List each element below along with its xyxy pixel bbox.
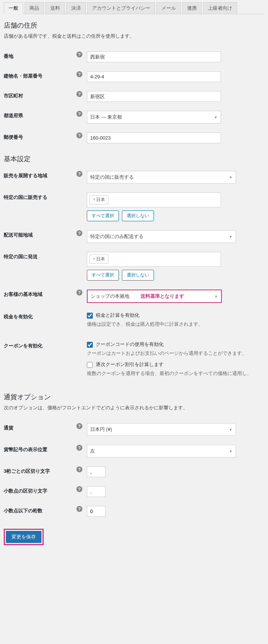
thousand-separator-input[interactable] <box>87 466 105 477</box>
ship-countries-box[interactable]: ×日本 <box>87 252 221 267</box>
select-all-button[interactable]: すべて選択 <box>87 210 119 221</box>
help-icon[interactable]: ? <box>76 132 82 138</box>
decimal-separator-input[interactable] <box>87 486 105 497</box>
label-shipping-locations: 配送可能地域 <box>4 226 76 247</box>
postcode-input[interactable] <box>87 132 221 143</box>
help-icon[interactable]: ? <box>76 290 82 296</box>
currency-desc: 次のオプションは、価格がフロントエンドでどのように表示されるかに影響します。 <box>4 404 264 411</box>
enable-coupons-checkbox[interactable] <box>87 342 93 348</box>
select-all-button[interactable]: すべて選択 <box>87 270 119 281</box>
label-currency-position: 貨幣記号の表示位置 <box>4 440 76 462</box>
address-line1-input[interactable] <box>87 51 221 62</box>
tab-products[interactable]: 商品 <box>25 2 44 14</box>
section-title-general: 基本設定 <box>4 154 264 163</box>
help-icon[interactable]: ? <box>76 486 82 492</box>
section-title-currency: 通貨オプション <box>4 393 264 401</box>
label-address2: 建物名・部屋番号 <box>4 67 76 87</box>
label-enable-coupons: クーポンを有効化 <box>4 337 76 386</box>
help-icon[interactable]: ? <box>76 466 82 472</box>
sell-countries-box[interactable]: ×日本 <box>87 193 221 207</box>
city-input[interactable] <box>87 91 221 102</box>
tab-payments[interactable]: 決済 <box>66 2 86 14</box>
annotation-text: 送料基準となります <box>141 293 184 300</box>
sequential-coupons-label: 逐次クーポン割引を計算します <box>96 361 164 368</box>
label-address1: 番地 <box>4 47 76 67</box>
tab-general[interactable]: 一般 <box>4 2 23 14</box>
save-button[interactable]: 変更を保存 <box>6 531 41 543</box>
label-decimal-sep: 小数点の区切り文字 <box>4 482 76 501</box>
currency-position-select[interactable]: 左 <box>87 445 236 457</box>
default-location-highlight: ショップの本拠地 送料基準となります <box>87 290 222 303</box>
tab-shipping[interactable]: 送料 <box>45 2 65 14</box>
num-decimals-input[interactable] <box>87 506 105 517</box>
label-ship-countries: 特定の国に発送 <box>4 247 76 285</box>
seq-help-text: 複数のクーポンを適用する場合、最初のクーポンをすべての価格に適用し、 <box>87 370 264 377</box>
label-postcode: 郵便番号 <box>4 128 76 148</box>
select-none-button[interactable]: 選択しない <box>122 270 154 281</box>
tax-help-text: 価格は設定でき、税金は購入処理中に計算されます。 <box>87 321 264 328</box>
label-num-decimals: 小数点以下の桁数 <box>4 501 76 521</box>
label-selling-locations: 販売を展開する地域 <box>4 166 76 188</box>
help-icon[interactable]: ? <box>76 111 82 117</box>
help-icon[interactable]: ? <box>76 71 82 77</box>
label-city: 市区町村 <box>4 87 76 106</box>
enable-coupons-label: クーポンコードの使用を有効化 <box>96 341 164 348</box>
remove-tag-icon[interactable]: × <box>93 197 95 202</box>
save-highlight: 変更を保存 <box>4 529 44 545</box>
section-title-address: 店舗の住所 <box>4 21 264 30</box>
label-sell-countries: 特定の国に販売する <box>4 188 76 226</box>
label-currency: 通貨 <box>4 419 76 440</box>
currency-select[interactable]: 日本円 (¥) <box>87 423 236 436</box>
label-state: 都道府県 <box>4 106 76 128</box>
nav-tabs: 一般 商品 送料 決済 アカウントとプライバシー メール 連携 上級者向け <box>4 0 264 14</box>
help-icon[interactable]: ? <box>76 171 82 177</box>
tab-integration[interactable]: 連携 <box>182 2 202 14</box>
help-icon[interactable]: ? <box>76 230 82 236</box>
default-location-select[interactable]: ショップの本拠地 送料基準となります <box>88 290 221 302</box>
sequential-coupons-checkbox[interactable] <box>87 362 93 368</box>
coupon-help-text: クーポンはカートおよびお支払いのページから適用することができます。 <box>87 350 264 357</box>
tab-emails[interactable]: メール <box>157 2 181 14</box>
address-line2-input[interactable] <box>87 71 221 82</box>
enable-tax-checkbox[interactable] <box>87 313 93 319</box>
label-default-location: お客様の基本地域 <box>4 285 76 307</box>
help-icon[interactable]: ? <box>76 91 82 97</box>
help-icon[interactable]: ? <box>76 423 82 429</box>
help-icon[interactable]: ? <box>76 506 82 512</box>
state-select[interactable]: 日本 — 東京都 <box>87 111 221 124</box>
shipping-locations-select[interactable]: 特定の国にのみ配送する <box>87 230 236 243</box>
help-icon[interactable]: ? <box>76 445 82 451</box>
tab-advanced[interactable]: 上級者向け <box>203 2 237 14</box>
help-icon[interactable]: ? <box>76 51 82 57</box>
country-tag[interactable]: ×日本 <box>89 195 108 204</box>
country-tag[interactable]: ×日本 <box>89 254 108 264</box>
address-desc: 店舗がある場所です。税金と送料はこの住所を使用します。 <box>4 33 264 40</box>
enable-tax-label: 税金と計算を有効化 <box>96 312 139 319</box>
tab-accounts[interactable]: アカウントとプライバシー <box>87 2 155 14</box>
selling-locations-select[interactable]: 特定の国に販売する <box>87 171 236 184</box>
select-none-button[interactable]: 選択しない <box>122 210 154 221</box>
label-enable-tax: 税金を有効化 <box>4 307 76 337</box>
remove-tag-icon[interactable]: × <box>93 256 95 262</box>
label-thousand-sep: 3桁ごとの区切り文字 <box>4 462 76 482</box>
